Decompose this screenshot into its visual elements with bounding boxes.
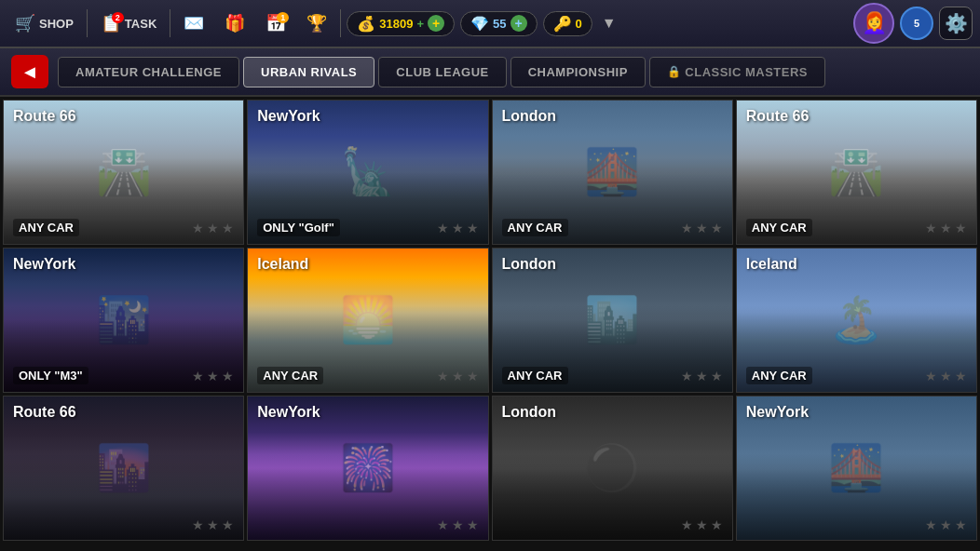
card-restriction-5: ONLY "M3"	[13, 367, 88, 384]
add-coins-button[interactable]: +	[428, 15, 444, 32]
calendar-nav-item[interactable]: 📅 1	[258, 9, 293, 37]
star-3-11: ★	[711, 517, 723, 532]
star-2-12: ★	[940, 517, 952, 532]
avatar-image: 👩‍🦰	[862, 11, 887, 35]
mail-nav-item[interactable]: ✉️	[176, 9, 211, 37]
race-card-5[interactable]: 🌃 NewYork ONLY "M3" ★ ★ ★	[3, 248, 244, 393]
card-stars-5: ★ ★ ★	[192, 369, 234, 383]
star-1-10: ★	[437, 517, 449, 532]
rank-level: 5	[914, 18, 919, 29]
card-restriction-7: ANY CAR	[502, 367, 568, 384]
card-location-11: London	[502, 404, 723, 421]
card-content-1: Route 66 ANY CAR ★ ★ ★	[4, 101, 243, 244]
star-2-2: ★	[452, 221, 464, 235]
card-bottom-12: ★ ★ ★	[746, 517, 967, 532]
shop-nav-item[interactable]: 🛒 SHOP	[7, 9, 81, 37]
trophy-icon: 🏆	[306, 13, 327, 34]
star-3-5: ★	[222, 369, 234, 383]
card-location-10: NewYork	[257, 404, 478, 421]
card-stars-1: ★ ★ ★	[192, 221, 234, 235]
mail-icon: ✉️	[184, 13, 204, 34]
race-card-11[interactable]: ⚫ London ★ ★ ★	[492, 396, 733, 541]
lock-icon: 🔒	[667, 65, 682, 78]
diamond-amount: 55	[493, 17, 506, 31]
star-3-7: ★	[711, 369, 723, 383]
gift-nav-item[interactable]: 🎁	[217, 9, 252, 37]
race-card-8[interactable]: 🏝️ Iceland ANY CAR ★ ★ ★	[736, 248, 977, 393]
card-location-5: NewYork	[13, 256, 234, 273]
race-card-4[interactable]: 🛣️ Route 66 ANY CAR ★ ★ ★	[736, 100, 977, 245]
settings-button[interactable]: ⚙️	[939, 7, 973, 40]
card-content-3: London ANY CAR ★ ★ ★	[493, 101, 732, 244]
star-2-10: ★	[452, 517, 464, 532]
card-location-4: Route 66	[746, 108, 967, 125]
card-content-4: Route 66 ANY CAR ★ ★ ★	[737, 101, 976, 244]
star-2-5: ★	[207, 369, 219, 383]
card-location-3: London	[502, 108, 723, 125]
add-diamonds-button[interactable]: +	[510, 15, 527, 32]
star-3-10: ★	[467, 517, 479, 532]
card-location-6: Iceland	[257, 256, 478, 273]
card-stars-4: ★ ★ ★	[925, 221, 967, 235]
back-button[interactable]: ◄	[11, 55, 48, 88]
coin-icon: 💰	[357, 15, 375, 33]
card-stars-7: ★ ★ ★	[681, 369, 723, 383]
card-content-8: Iceland ANY CAR ★ ★ ★	[737, 249, 976, 392]
tab-classic-masters[interactable]: 🔒 Classic Masters	[649, 57, 825, 87]
rank-badge: 5	[900, 7, 933, 40]
chevron-down-icon: ▼	[602, 15, 617, 32]
card-bottom-9: ★ ★ ★	[13, 517, 234, 532]
race-card-2[interactable]: 🗽 NewYork ONLY "Golf" ★ ★ ★	[247, 100, 488, 245]
star-1-2: ★	[437, 221, 449, 235]
task-nav-item[interactable]: 📋 TASK 2	[93, 9, 164, 37]
star-2-1: ★	[207, 221, 219, 235]
nav-divider-3	[340, 9, 341, 37]
star-3-1: ★	[222, 221, 234, 235]
chevron-more[interactable]: ▼	[598, 15, 620, 32]
race-card-1[interactable]: 🛣️ Route 66 ANY CAR ★ ★ ★	[3, 100, 244, 245]
coin-plus-symbol: +	[416, 17, 424, 31]
star-1-7: ★	[681, 369, 693, 383]
card-location-8: Iceland	[746, 256, 967, 273]
card-stars-12: ★ ★ ★	[925, 517, 967, 532]
card-location-9: Route 66	[13, 404, 234, 421]
tab-urban-rivals[interactable]: Urban Rivals	[243, 57, 374, 87]
card-location-1: Route 66	[13, 108, 234, 125]
card-content-12: NewYork ★ ★ ★	[737, 396, 976, 540]
star-1-11: ★	[681, 517, 693, 532]
player-avatar[interactable]: 👩‍🦰	[853, 3, 894, 44]
tab-classic-masters-label: Classic Masters	[685, 65, 808, 79]
star-2-9: ★	[207, 517, 219, 532]
card-bottom-11: ★ ★ ★	[502, 517, 723, 532]
star-2-8: ★	[940, 369, 952, 383]
gear-icon: ⚙️	[945, 12, 968, 34]
tab-club-league[interactable]: Club League	[378, 57, 506, 87]
card-stars-2: ★ ★ ★	[437, 221, 479, 235]
race-card-9[interactable]: 🌆 Route 66 ★ ★ ★	[3, 396, 244, 541]
trophy-nav-item[interactable]: 🏆	[299, 9, 334, 37]
card-bottom-8: ANY CAR ★ ★ ★	[746, 367, 967, 384]
card-content-7: London ANY CAR ★ ★ ★	[493, 249, 732, 392]
card-stars-9: ★ ★ ★	[192, 517, 234, 532]
card-restriction-2: ONLY "Golf"	[257, 219, 340, 236]
tab-urban-rivals-label: Urban Rivals	[261, 65, 357, 79]
star-3-4: ★	[955, 221, 967, 235]
diamond-icon: 💎	[470, 15, 489, 33]
race-card-10[interactable]: 🎆 NewYork ★ ★ ★	[247, 396, 488, 541]
race-card-6[interactable]: 🌅 Iceland ANY CAR ★ ★ ★	[247, 248, 488, 393]
card-bottom-4: ANY CAR ★ ★ ★	[746, 219, 967, 236]
race-card-3[interactable]: 🌉 London ANY CAR ★ ★ ★	[492, 100, 733, 245]
star-2-3: ★	[696, 221, 708, 235]
race-card-7[interactable]: 🏙️ London ANY CAR ★ ★ ★	[492, 248, 733, 393]
task-badge: 2	[112, 12, 124, 23]
key-icon: 🔑	[553, 15, 572, 33]
star-3-2: ★	[467, 221, 479, 235]
card-location-2: NewYork	[257, 108, 478, 125]
card-stars-8: ★ ★ ★	[925, 369, 967, 383]
tab-amateur-challenge[interactable]: Amateur Challenge	[58, 57, 239, 87]
gift-icon: 🎁	[225, 13, 245, 34]
race-card-12[interactable]: 🌉 NewYork ★ ★ ★	[736, 396, 977, 541]
card-content-9: Route 66 ★ ★ ★	[4, 396, 243, 540]
tab-championship[interactable]: Championship	[510, 57, 646, 87]
card-stars-6: ★ ★ ★	[437, 369, 479, 383]
